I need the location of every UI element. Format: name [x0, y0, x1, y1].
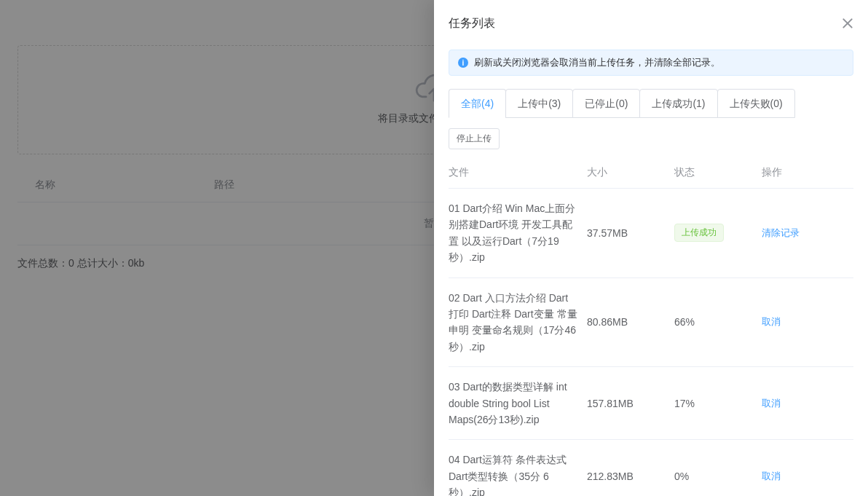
tab-0[interactable]: 全部(4): [449, 89, 506, 118]
info-alert: i 刷新或关闭浏览器会取消当前上传任务，并清除全部记录。: [449, 50, 853, 76]
task-file-name: 01 Dart介绍 Win Mac上面分别搭建Dart环境 开发工具配置 以及运…: [449, 200, 587, 266]
clear-record-link[interactable]: 清除记录: [762, 227, 800, 238]
task-status: 66%: [674, 316, 762, 328]
cancel-link[interactable]: 取消: [762, 398, 781, 409]
task-action-cell: 取消: [762, 315, 853, 328]
task-row: 02 Dart 入口方法介绍 Dart打印 Dart注释 Dart变量 常量申明…: [449, 278, 853, 368]
cancel-link[interactable]: 取消: [762, 471, 781, 481]
tabs: 全部(4)上传中(3)已停止(0)上传成功(1)上传失败(0): [449, 89, 853, 118]
info-icon: i: [458, 58, 468, 68]
task-file-name: 04 Dart运算符 条件表达式 Dart类型转换（35分 6秒）.zip: [449, 452, 587, 496]
alert-text: 刷新或关闭浏览器会取消当前上传任务，并清除全部记录。: [474, 56, 720, 69]
drawer-header: 任务列表: [434, 0, 868, 47]
task-file-size: 80.86MB: [587, 316, 674, 328]
task-file-name: 03 Dart的数据类型详解 int double String bool Li…: [449, 379, 587, 428]
task-status: 0%: [674, 471, 762, 482]
task-status: 17%: [674, 398, 762, 409]
task-action-cell: 取消: [762, 470, 853, 483]
task-file-size: 212.83MB: [587, 471, 674, 482]
drawer-body: i 刷新或关闭浏览器会取消当前上传任务，并清除全部记录。 全部(4)上传中(3)…: [434, 47, 868, 496]
col-header-status: 状态: [674, 166, 762, 179]
task-list-drawer: 任务列表 i 刷新或关闭浏览器会取消当前上传任务，并清除全部记录。 全部(4)上…: [434, 0, 868, 496]
task-table-header: 文件 大小 状态 操作: [449, 157, 853, 189]
task-file-size: 157.81MB: [587, 398, 674, 409]
task-row: 01 Dart介绍 Win Mac上面分别搭建Dart环境 开发工具配置 以及运…: [449, 189, 853, 278]
status-badge: 上传成功: [674, 224, 724, 242]
task-table: 文件 大小 状态 操作 01 Dart介绍 Win Mac上面分别搭建Dart环…: [449, 157, 853, 496]
drawer-title: 任务列表: [449, 16, 495, 31]
task-row: 04 Dart运算符 条件表达式 Dart类型转换（35分 6秒）.zip212…: [449, 440, 853, 496]
col-header-file: 文件: [449, 164, 587, 180]
task-row: 03 Dart的数据类型详解 int double String bool Li…: [449, 367, 853, 440]
col-header-size: 大小: [587, 166, 674, 179]
stop-upload-button[interactable]: 停止上传: [449, 128, 500, 149]
close-icon[interactable]: [842, 17, 853, 29]
tab-2[interactable]: 已停止(0): [572, 89, 640, 118]
col-header-action: 操作: [762, 166, 853, 179]
task-file-size: 37.57MB: [587, 227, 674, 239]
tab-3[interactable]: 上传成功(1): [639, 89, 717, 118]
cancel-link[interactable]: 取消: [762, 316, 781, 327]
task-file-name: 02 Dart 入口方法介绍 Dart打印 Dart注释 Dart变量 常量申明…: [449, 290, 587, 355]
task-action-cell: 取消: [762, 397, 853, 410]
tab-1[interactable]: 上传中(3): [505, 89, 573, 118]
task-action-cell: 清除记录: [762, 227, 853, 240]
tab-4[interactable]: 上传失败(0): [717, 89, 795, 118]
task-status: 上传成功: [674, 224, 762, 242]
